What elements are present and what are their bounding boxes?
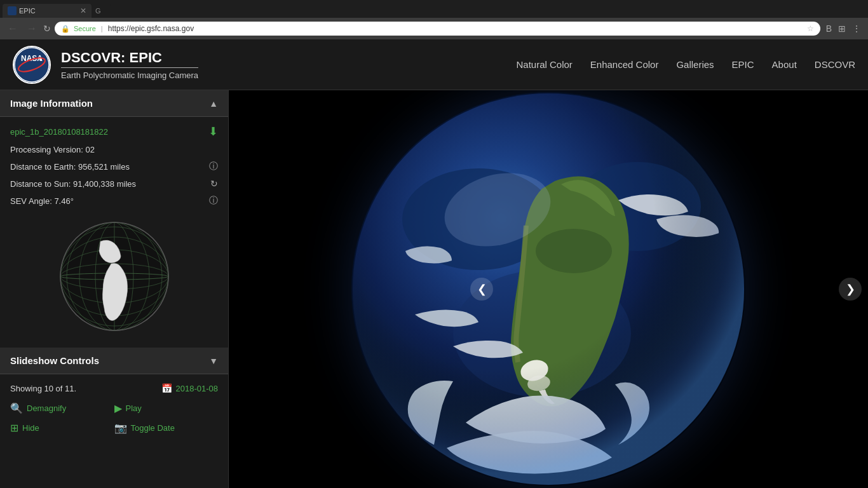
browser-tab-github[interactable]: G: [92, 4, 111, 18]
extensions-icon[interactable]: ⊞: [836, 22, 848, 35]
distance-sun-row: Distance to Sun: 91,400,338 miles ↻: [10, 179, 218, 189]
site-header: NASA DSCOVR: EPIC Earth Polychromatic Im…: [0, 39, 868, 90]
distance-sun-label: Distance to Sun: 91,400,338 miles: [10, 179, 136, 189]
controls-row-2: ⊞ Hide 📷 Toggle Date: [10, 422, 218, 434]
download-icon[interactable]: ⬇: [208, 125, 218, 139]
site-nav: Natural Color Enhanced Color Galleries E…: [516, 59, 855, 70]
date-badge: 📅 2018-01-08: [161, 383, 219, 393]
demagnify-button[interactable]: 🔍 Demagnify: [10, 402, 114, 414]
prev-arrow-icon: ❮: [477, 282, 487, 296]
nav-galleries[interactable]: Galleries: [676, 59, 714, 70]
url-display: https://epic.gsfc.nasa.gov: [108, 24, 194, 33]
image-filename-row: epic_1b_20180108181822 ⬇: [10, 125, 218, 139]
earth-image: [351, 92, 745, 486]
nav-natural-color[interactable]: Natural Color: [516, 59, 572, 70]
image-filename[interactable]: epic_1b_20180108181822: [10, 127, 108, 137]
play-button[interactable]: ▶ Play: [114, 402, 219, 414]
demagnify-icon: 🔍: [10, 402, 23, 414]
site-title: DSCOVR: EPIC Earth Polychromatic Imaging…: [61, 50, 198, 80]
showing-row: Showing 10 of 11. 📅 2018-01-08: [10, 383, 218, 393]
slideshow-content: Showing 10 of 11. 📅 2018-01-08 🔍 Demagni…: [0, 374, 228, 451]
date-value[interactable]: 2018-01-08: [176, 384, 219, 393]
svg-point-0: [15, 48, 49, 82]
showing-label: Showing 10 of 11.: [10, 384, 76, 393]
main-content: Image Information ▲ epic_1b_201801081818…: [0, 90, 868, 488]
calendar-icon: 📅: [161, 383, 172, 393]
globe-svg: [57, 219, 172, 334]
nav-dscovr[interactable]: DSCOVR: [815, 59, 855, 70]
hide-icon: ⊞: [10, 422, 18, 434]
address-bar[interactable]: 🔒 Secure | https://epic.gsfc.nasa.gov ☆: [55, 22, 820, 36]
next-arrow-icon: ❯: [846, 282, 855, 296]
svg-point-3: [39, 58, 42, 61]
browser-toolbar: ← → ↻ 🔒 Secure | https://epic.gsfc.nasa.…: [0, 18, 868, 39]
toggle-date-icon: 📷: [114, 422, 127, 434]
toggle-date-label: Toggle Date: [131, 423, 175, 433]
star-icon[interactable]: ☆: [807, 24, 814, 33]
browser-tabs: EPIC ✕ G: [0, 0, 868, 18]
globe-container: [10, 213, 218, 340]
site-title-sub: Earth Polychromatic Imaging Camera: [61, 71, 198, 80]
demagnify-label: Demagnify: [27, 403, 66, 413]
image-info-content: epic_1b_20180108181822 ⬇ Processing Vers…: [0, 117, 228, 348]
bookmarks-icon[interactable]: B: [824, 22, 834, 35]
distance-sun-refresh-icon[interactable]: ↻: [210, 179, 218, 189]
nav-enhanced-color[interactable]: Enhanced Color: [590, 59, 659, 70]
image-info-chevron: ▲: [209, 98, 218, 109]
distance-earth-label: Distance to Earth: 956,521 miles: [10, 162, 130, 172]
prev-arrow[interactable]: ❮: [470, 278, 493, 301]
sev-angle-info-icon[interactable]: ⓘ: [209, 195, 218, 207]
processing-version-row: Processing Version: 02: [10, 145, 218, 154]
slideshow-title: Slideshow Controls: [10, 355, 99, 366]
browser-tab-epic[interactable]: EPIC ✕: [3, 4, 92, 18]
toolbar-icons: B ⊞ ⋮: [824, 22, 863, 35]
earth-view: ❮: [229, 90, 868, 488]
hide-label: Hide: [22, 423, 39, 433]
image-info-title: Image Information: [10, 98, 93, 109]
play-label: Play: [126, 403, 142, 413]
slideshow-header[interactable]: Slideshow Controls ▼: [0, 348, 228, 374]
slideshow-panel: Slideshow Controls ▼ Showing 10 of 11. 📅…: [0, 348, 228, 451]
secure-icon: 🔒: [61, 25, 70, 33]
browser-chrome: EPIC ✕ G ← → ↻ 🔒 Secure | https://epic.g…: [0, 0, 868, 39]
sev-angle-row: SEV Angle: 7.46° ⓘ: [10, 195, 218, 207]
distance-earth-row: Distance to Earth: 956,521 miles ⓘ: [10, 161, 218, 172]
hide-button[interactable]: ⊞ Hide: [10, 422, 114, 434]
menu-icon[interactable]: ⋮: [850, 22, 863, 35]
secure-label: Secure: [74, 25, 96, 32]
nasa-logo: NASA: [13, 46, 51, 84]
sev-angle-label: SEV Angle: 7.46°: [10, 196, 74, 206]
sidebar: Image Information ▲ epic_1b_201801081818…: [0, 90, 229, 488]
toggle-date-button[interactable]: 📷 Toggle Date: [114, 422, 219, 434]
refresh-button[interactable]: ↻: [43, 24, 51, 34]
nav-about[interactable]: About: [772, 59, 797, 70]
back-button[interactable]: ←: [5, 22, 20, 36]
nav-epic[interactable]: EPIC: [732, 59, 754, 70]
forward-button[interactable]: →: [24, 22, 39, 36]
controls-row-1: 🔍 Demagnify ▶ Play: [10, 402, 218, 414]
next-arrow[interactable]: ❯: [839, 278, 862, 301]
image-info-header[interactable]: Image Information ▲: [0, 90, 228, 117]
processing-version-label: Processing Version: 02: [10, 145, 95, 154]
earth-svg: [351, 92, 745, 486]
site-title-main: DSCOVR: EPIC: [61, 50, 198, 68]
svg-point-23: [353, 93, 744, 485]
slideshow-chevron: ▼: [209, 356, 218, 366]
distance-earth-info-icon[interactable]: ⓘ: [209, 161, 218, 172]
play-icon: ▶: [114, 402, 122, 414]
